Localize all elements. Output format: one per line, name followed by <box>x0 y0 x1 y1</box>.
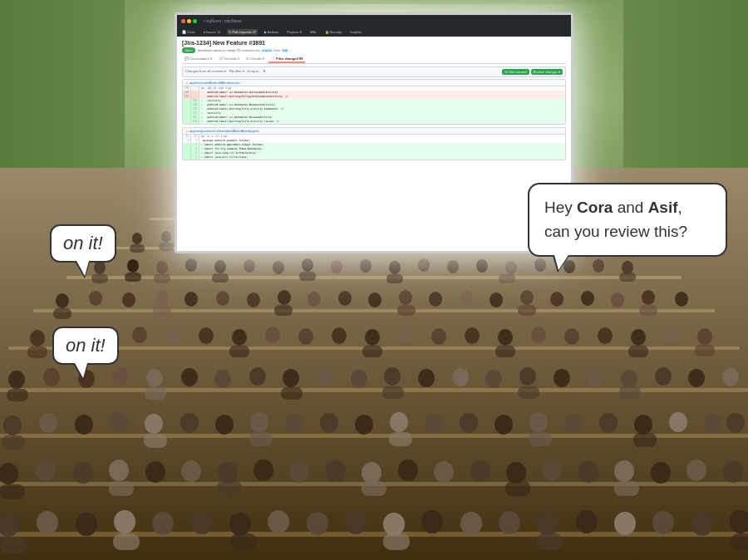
nav-wiki: Wiki <box>308 29 318 35</box>
svg-point-159 <box>283 369 299 387</box>
svg-point-225 <box>651 462 671 484</box>
svg-point-77 <box>331 260 342 273</box>
svg-point-133 <box>365 329 380 346</box>
diff-toolbar: Changes from all commits ▾ File filter ▾… <box>182 66 566 77</box>
svg-rect-89 <box>125 273 141 282</box>
svg-point-199 <box>704 414 722 434</box>
svg-point-82 <box>476 259 488 273</box>
svg-point-180 <box>39 413 57 433</box>
svg-point-187 <box>285 414 303 434</box>
svg-point-193 <box>495 415 513 435</box>
svg-point-112 <box>550 292 563 307</box>
svg-rect-148 <box>495 346 515 357</box>
pr-badge: Open <box>182 47 195 53</box>
svg-rect-232 <box>505 481 530 496</box>
svg-point-75 <box>273 261 284 274</box>
svg-point-164 <box>452 368 469 386</box>
nav-security: 🔒 Security <box>323 29 344 35</box>
svg-rect-119 <box>274 305 293 316</box>
svg-point-185 <box>215 415 234 435</box>
svg-point-78 <box>360 259 372 273</box>
github-pr-content: [Jira-1234] New Feature #3891 Open devel… <box>177 37 571 166</box>
svg-point-96 <box>56 293 69 308</box>
svg-point-155 <box>146 369 163 387</box>
svg-point-221 <box>506 462 526 484</box>
diff-file-2-status: ▲ <box>185 129 189 133</box>
tab-commits: 📝 Commits 5 <box>216 56 242 63</box>
svg-rect-92 <box>299 272 316 281</box>
svg-point-245 <box>421 510 443 533</box>
svg-point-183 <box>145 414 163 434</box>
svg-point-165 <box>485 370 502 388</box>
svg-point-140 <box>598 327 613 344</box>
svg-point-236 <box>76 513 97 536</box>
svg-point-130 <box>265 327 280 343</box>
svg-rect-117 <box>53 308 71 319</box>
svg-point-212 <box>181 460 201 482</box>
svg-rect-150 <box>695 345 715 356</box>
svg-point-182 <box>110 412 128 432</box>
diff-file-2-path: app/src/java/com/ui/activities/AboutActi… <box>189 129 258 133</box>
tab-checks: ☑ Checks 0 <box>244 56 267 63</box>
svg-point-102 <box>247 292 260 307</box>
svg-point-223 <box>578 461 598 483</box>
svg-point-151 <box>8 371 25 389</box>
svg-point-222 <box>542 459 562 481</box>
speech-bubble-main-text: Hey Cora and Asif, can you review this? <box>544 199 687 240</box>
svg-point-186 <box>250 412 268 432</box>
pr-meta: developer wants to merge 33 commits into… <box>198 48 292 52</box>
svg-point-192 <box>460 413 478 433</box>
svg-point-171 <box>688 369 705 387</box>
nav-actions: ▶ Actions <box>263 29 280 35</box>
svg-point-198 <box>669 412 687 432</box>
svg-point-141 <box>631 329 646 346</box>
svg-rect-147 <box>362 346 382 357</box>
svg-point-158 <box>249 367 266 386</box>
svg-point-208 <box>36 460 56 482</box>
svg-rect-229 <box>109 481 134 496</box>
svg-point-81 <box>447 260 459 273</box>
svg-point-243 <box>345 511 367 534</box>
svg-rect-122 <box>639 305 657 316</box>
svg-rect-259 <box>731 533 748 550</box>
svg-rect-201 <box>2 435 25 449</box>
svg-point-134 <box>398 327 413 343</box>
svg-rect-4 <box>33 309 715 312</box>
svg-point-98 <box>122 292 135 307</box>
svg-point-106 <box>368 292 381 307</box>
svg-point-110 <box>490 292 503 307</box>
nav-issues: ● Issues 11 <box>202 29 223 35</box>
svg-point-251 <box>652 511 674 534</box>
svg-point-197 <box>634 415 652 435</box>
svg-point-108 <box>429 292 442 307</box>
svg-point-218 <box>398 459 418 481</box>
svg-point-128 <box>199 327 214 344</box>
svg-rect-176 <box>382 386 404 399</box>
svg-point-226 <box>686 459 706 481</box>
svg-point-188 <box>320 413 338 433</box>
svg-point-172 <box>722 368 739 386</box>
svg-point-184 <box>180 413 199 433</box>
svg-point-86 <box>593 259 604 273</box>
diff-filter-text: Changes from all commits ▾ File filter ▾… <box>185 69 266 75</box>
svg-point-247 <box>499 511 520 534</box>
svg-point-69 <box>94 261 106 274</box>
diff-file-1-status: ▲ <box>185 81 189 85</box>
svg-point-240 <box>229 513 251 536</box>
svg-point-181 <box>75 415 93 435</box>
svg-rect-149 <box>628 346 648 357</box>
svg-point-195 <box>564 414 583 434</box>
svg-point-224 <box>614 460 634 482</box>
svg-point-213 <box>218 462 238 484</box>
svg-point-216 <box>326 460 346 482</box>
svg-point-76 <box>302 258 313 272</box>
github-interface: / orgName / repoName 📄 Code ● Issues 11 … <box>177 15 571 251</box>
svg-point-235 <box>37 511 58 534</box>
svg-point-242 <box>307 512 328 535</box>
svg-rect-60 <box>130 244 145 253</box>
svg-point-249 <box>576 510 598 533</box>
svg-rect-121 <box>518 305 536 316</box>
github-nav: 📄 Code ● Issues 11 ↻ Pull requests 37 ▶ … <box>177 27 571 37</box>
svg-point-43 <box>161 231 171 243</box>
nav-projects: Projects 0 <box>285 29 303 35</box>
